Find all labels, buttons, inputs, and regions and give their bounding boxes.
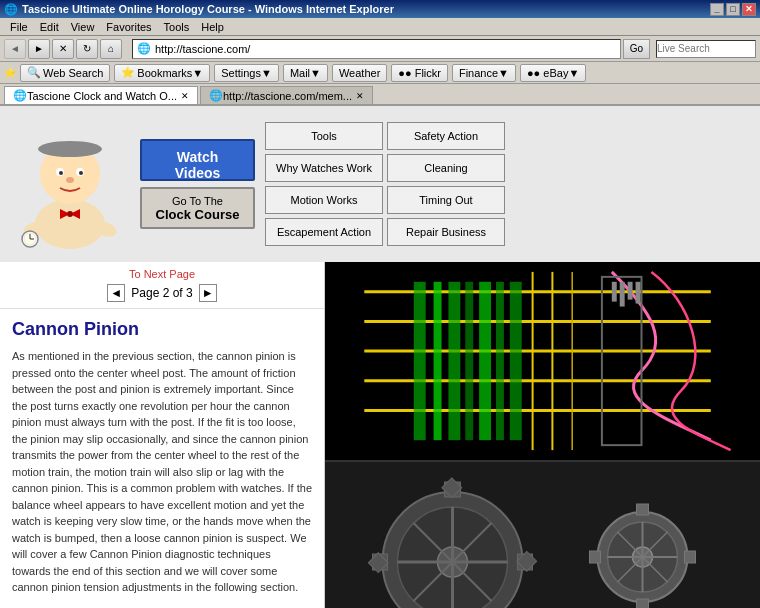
fav-finance[interactable]: Finance▼ xyxy=(452,64,516,82)
article-content: Cannon Pinion As mentioned in the previo… xyxy=(0,309,324,608)
svg-rect-35 xyxy=(620,282,625,307)
svg-point-10 xyxy=(67,211,73,217)
circuit-diagram xyxy=(325,262,760,462)
svg-point-5 xyxy=(59,171,63,175)
fav-flickr[interactable]: ●● Flickr xyxy=(391,64,448,82)
search-icon: 🔍 xyxy=(27,66,41,79)
prev-page-button[interactable]: ◄ xyxy=(107,284,125,302)
svg-rect-57 xyxy=(637,504,649,515)
fav-bookmarks[interactable]: ⭐ Bookmarks▼ xyxy=(114,64,210,82)
close-button[interactable]: ✕ xyxy=(742,3,756,16)
fav-web-search[interactable]: 🔍 Web Search xyxy=(20,64,110,82)
svg-rect-28 xyxy=(496,282,504,440)
stop-button[interactable]: ✕ xyxy=(52,39,74,59)
center-buttons: Watch Videos Go To The Clock Course xyxy=(140,139,255,229)
tab-1[interactable]: 🌐 http://tascione.com/mem... ✕ xyxy=(200,86,373,104)
tab-0-label: Tascione Clock and Watch O... xyxy=(27,90,177,102)
address-icon: 🌐 xyxy=(137,42,151,55)
mascot-image xyxy=(10,114,130,254)
svg-rect-24 xyxy=(434,282,442,440)
menu-favorites[interactable]: Favorites xyxy=(100,21,157,33)
forward-button[interactable]: ► xyxy=(28,39,50,59)
svg-point-2 xyxy=(38,141,102,157)
escapement-action-button[interactable]: Escapement Action xyxy=(265,218,383,246)
search-input[interactable] xyxy=(656,40,756,58)
menu-bar: File Edit View Favorites Tools Help xyxy=(0,18,760,36)
fav-settings[interactable]: Settings▼ xyxy=(214,64,279,82)
ie-icon: 🌐 xyxy=(4,3,18,16)
motion-works-button[interactable]: Motion Works xyxy=(265,186,383,214)
tab-1-label: http://tascione.com/mem... xyxy=(223,90,352,102)
fav-ebay[interactable]: ●● eBay▼ xyxy=(520,64,586,82)
next-page-label: To Next Page xyxy=(10,268,314,280)
search-box-container xyxy=(656,40,756,58)
svg-rect-36 xyxy=(628,282,633,300)
menu-tools[interactable]: Tools xyxy=(158,21,196,33)
safety-action-button[interactable]: Safety Action xyxy=(387,122,505,150)
minimize-button[interactable]: _ xyxy=(710,3,724,16)
tab-bar: 🌐 Tascione Clock and Watch O... ✕ 🌐 http… xyxy=(0,84,760,106)
svg-point-7 xyxy=(66,177,74,183)
article-paragraph-2: The cannon pinion serves another vital f… xyxy=(12,604,312,609)
address-text: http://tascione.com/ xyxy=(155,43,250,55)
svg-rect-29 xyxy=(510,282,522,440)
back-button[interactable]: ◄ xyxy=(4,39,26,59)
menu-view[interactable]: View xyxy=(65,21,101,33)
clock-course-line2: Clock Course xyxy=(156,207,240,222)
watch-videos-button[interactable]: Watch Videos xyxy=(140,139,255,181)
left-text-panel: To Next Page ◄ Page 2 of 3 ► Cannon Pini… xyxy=(0,262,325,608)
svg-rect-58 xyxy=(637,599,649,608)
svg-rect-27 xyxy=(479,282,491,440)
right-diagram-panel xyxy=(325,262,760,608)
go-button[interactable]: Go xyxy=(623,39,650,59)
home-button[interactable]: ⌂ xyxy=(100,39,122,59)
why-watches-work-button[interactable]: Why Watches Work xyxy=(265,154,383,182)
fav-weather[interactable]: Weather xyxy=(332,64,387,82)
tab-0[interactable]: 🌐 Tascione Clock and Watch O... ✕ xyxy=(4,86,198,104)
svg-rect-26 xyxy=(465,282,473,440)
navigation-toolbar: ◄ ► ✕ ↻ ⌂ 🌐 http://tascione.com/ Go xyxy=(0,36,760,62)
window-title: Tascione Ultimate Online Horology Course… xyxy=(22,3,394,15)
next-page-button[interactable]: ► xyxy=(199,284,217,302)
svg-point-6 xyxy=(79,171,83,175)
article-paragraph-1: As mentioned in the previous section, th… xyxy=(12,348,312,596)
svg-rect-25 xyxy=(448,282,460,440)
favorites-toolbar: ⭐ 🔍 Web Search ⭐ Bookmarks▼ Settings▼ Ma… xyxy=(0,62,760,84)
menu-help[interactable]: Help xyxy=(195,21,230,33)
gear-diagram xyxy=(325,462,760,608)
content-area: To Next Page ◄ Page 2 of 3 ► Cannon Pini… xyxy=(0,262,760,608)
page-content: Watch Videos Go To The Clock Course Tool… xyxy=(0,106,760,608)
bookmark-icon: ⭐ xyxy=(121,66,135,79)
cleaning-button[interactable]: Cleaning xyxy=(387,154,505,182)
pagination-area: To Next Page ◄ Page 2 of 3 ► xyxy=(0,262,324,309)
tab-0-icon: 🌐 xyxy=(13,89,27,102)
clock-course-line1: Go To The xyxy=(172,195,223,207)
address-bar[interactable]: 🌐 http://tascione.com/ xyxy=(132,39,621,59)
article-title: Cannon Pinion xyxy=(12,319,312,340)
timing-out-button[interactable]: Timing Out xyxy=(387,186,505,214)
svg-rect-23 xyxy=(414,282,426,440)
repair-business-button[interactable]: Repair Business xyxy=(387,218,505,246)
tools-button[interactable]: Tools xyxy=(265,122,383,150)
svg-rect-60 xyxy=(590,551,601,563)
page-info: Page 2 of 3 xyxy=(131,286,192,300)
menu-file[interactable]: File xyxy=(4,21,34,33)
refresh-button[interactable]: ↻ xyxy=(76,39,98,59)
clock-course-button[interactable]: Go To The Clock Course xyxy=(140,187,255,229)
fav-mail[interactable]: Mail▼ xyxy=(283,64,328,82)
tab-1-icon: 🌐 xyxy=(209,89,223,102)
action-buttons-grid: Tools Safety Action Why Watches Work Cle… xyxy=(265,122,505,246)
tab-1-close[interactable]: ✕ xyxy=(356,91,364,101)
svg-rect-37 xyxy=(636,282,641,304)
maximize-button[interactable]: □ xyxy=(726,3,740,16)
svg-rect-59 xyxy=(685,551,696,563)
tab-0-close[interactable]: ✕ xyxy=(181,91,189,101)
svg-rect-34 xyxy=(612,282,617,302)
top-section: Watch Videos Go To The Clock Course Tool… xyxy=(0,106,760,262)
article-body: As mentioned in the previous section, th… xyxy=(12,348,312,608)
title-bar: 🌐 Tascione Ultimate Online Horology Cour… xyxy=(0,0,760,18)
menu-edit[interactable]: Edit xyxy=(34,21,65,33)
